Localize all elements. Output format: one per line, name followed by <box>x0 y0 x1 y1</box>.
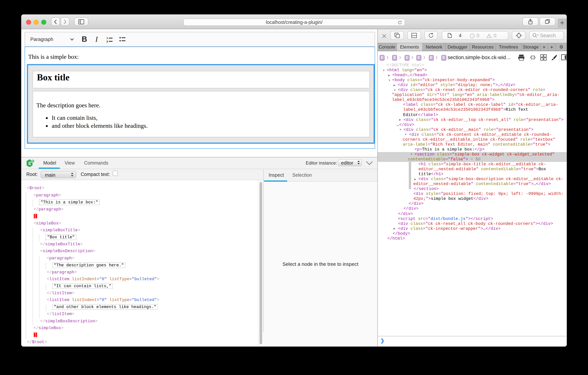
svg-text:2: 2 <box>106 40 108 43</box>
svg-text:1: 1 <box>106 36 108 39</box>
svg-text:!: ! <box>472 34 473 38</box>
